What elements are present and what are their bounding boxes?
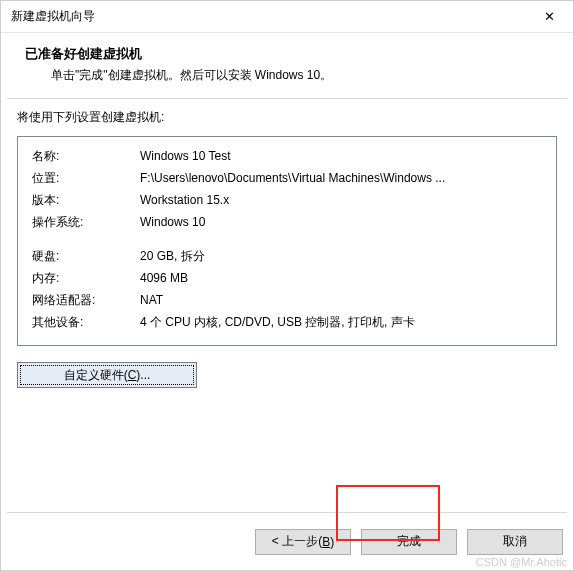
hardware-value: NAT [140, 289, 163, 311]
finish-button[interactable]: 完成 [361, 529, 457, 555]
back-button[interactable]: < 上一步(B) [255, 529, 351, 555]
close-icon[interactable]: ✕ [535, 9, 563, 24]
setting-row: 操作系统: Windows 10 [32, 211, 542, 233]
setting-row: 位置: F:\Users\lenovo\Documents\Virtual Ma… [32, 167, 542, 189]
finish-label: 完成 [397, 533, 421, 550]
body: 将使用下列设置创建虚拟机: 名称: Windows 10 Test 位置: F:… [1, 99, 573, 512]
titlebar: 新建虚拟机向导 ✕ [1, 1, 573, 33]
intro-text: 将使用下列设置创建虚拟机: [17, 109, 557, 126]
setting-label: 名称: [32, 145, 140, 167]
setting-row: 名称: Windows 10 Test [32, 145, 542, 167]
hardware-row: 网络适配器: NAT [32, 289, 542, 311]
header-subtitle: 单击"完成"创建虚拟机。然后可以安装 Windows 10。 [25, 67, 549, 84]
watermark: CSDN @Mr.Ahotic [476, 556, 567, 568]
customize-label-prefix: 自定义硬件( [64, 367, 128, 384]
setting-label: 位置: [32, 167, 140, 189]
back-label-suffix: ) [330, 535, 334, 549]
back-hotkey: B [322, 535, 330, 549]
setting-label: 操作系统: [32, 211, 140, 233]
hardware-label: 其他设备: [32, 311, 140, 333]
hardware-row: 硬盘: 20 GB, 拆分 [32, 245, 542, 267]
hardware-row: 其他设备: 4 个 CPU 内核, CD/DVD, USB 控制器, 打印机, … [32, 311, 542, 333]
customize-label-suffix: )... [136, 368, 150, 382]
window-title: 新建虚拟机向导 [11, 8, 95, 25]
settings-panel: 名称: Windows 10 Test 位置: F:\Users\lenovo\… [17, 136, 557, 346]
customize-hardware-button[interactable]: 自定义硬件(C)... [17, 362, 197, 388]
setting-row: 版本: Workstation 15.x [32, 189, 542, 211]
setting-value: Windows 10 [140, 211, 205, 233]
back-label-prefix: < 上一步( [272, 533, 322, 550]
hardware-value: 20 GB, 拆分 [140, 245, 205, 267]
header-title: 已准备好创建虚拟机 [25, 45, 549, 63]
hardware-label: 硬盘: [32, 245, 140, 267]
setting-label: 版本: [32, 189, 140, 211]
customize-hotkey: C [128, 368, 137, 382]
cancel-button[interactable]: 取消 [467, 529, 563, 555]
hardware-row: 内存: 4096 MB [32, 267, 542, 289]
hardware-value: 4096 MB [140, 267, 188, 289]
hardware-value: 4 个 CPU 内核, CD/DVD, USB 控制器, 打印机, 声卡 [140, 311, 415, 333]
dialog-window: 新建虚拟机向导 ✕ 已准备好创建虚拟机 单击"完成"创建虚拟机。然后可以安装 W… [0, 0, 574, 571]
hardware-label: 网络适配器: [32, 289, 140, 311]
header: 已准备好创建虚拟机 单击"完成"创建虚拟机。然后可以安装 Windows 10。 [1, 33, 573, 94]
setting-value: F:\Users\lenovo\Documents\Virtual Machin… [140, 167, 445, 189]
setting-value: Workstation 15.x [140, 189, 229, 211]
setting-value: Windows 10 Test [140, 145, 231, 167]
hardware-label: 内存: [32, 267, 140, 289]
cancel-label: 取消 [503, 533, 527, 550]
